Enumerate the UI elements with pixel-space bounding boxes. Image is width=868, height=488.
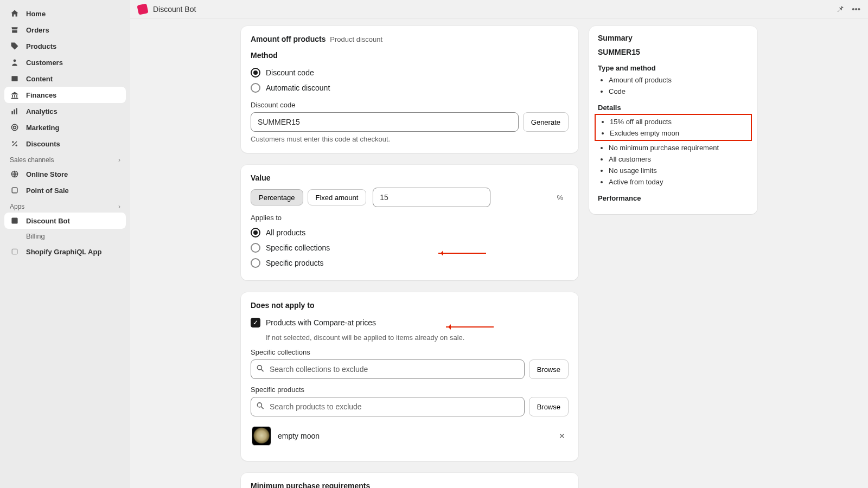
svg-rect-10 <box>12 188 17 193</box>
radio-icon <box>251 83 260 93</box>
sales-channels-header[interactable]: Sales channels › <box>4 152 126 166</box>
radio-label: Automatic discount <box>266 84 330 92</box>
radio-icon <box>251 243 260 253</box>
seg-fixed[interactable]: Fixed amount <box>308 189 367 206</box>
nav-finances[interactable]: Finances <box>4 87 126 103</box>
svg-rect-1 <box>11 76 17 81</box>
nav-discounts[interactable]: Discounts <box>4 136 126 152</box>
method-heading: Method <box>251 51 569 60</box>
value-input[interactable] <box>373 188 490 207</box>
nav-marketing[interactable]: Marketing <box>4 119 126 136</box>
radio-label: Discount code <box>266 68 314 77</box>
nav-graphiql[interactable]: Shopify GraphiQL App <box>4 243 126 260</box>
nav-label: Shopify GraphiQL App <box>26 248 101 256</box>
summary-code: SUMMER15 <box>598 48 749 56</box>
percent-icon <box>10 139 20 149</box>
remove-icon[interactable]: ✕ <box>557 429 567 442</box>
tag-icon <box>10 41 20 51</box>
summary-heading: Summary <box>598 34 749 42</box>
nav-orders[interactable]: Orders <box>4 22 126 38</box>
nav-label: Home <box>26 10 46 18</box>
apps-header[interactable]: Apps › <box>4 198 126 213</box>
exclude-heading: Does not apply to <box>251 301 569 310</box>
radio-icon <box>251 258 260 268</box>
svg-point-14 <box>257 403 261 407</box>
target-icon <box>10 123 20 132</box>
nav-label: Analytics <box>26 107 58 115</box>
product-thumbnail <box>252 426 271 446</box>
nav-label: Orders <box>26 26 49 34</box>
code-help: Customers must enter this code at checko… <box>251 135 569 143</box>
radio-icon <box>251 68 260 78</box>
nav-analytics[interactable]: Analytics <box>4 103 126 119</box>
home-icon <box>10 9 20 18</box>
code-label: Discount code <box>251 101 569 109</box>
radio-label: Specific collections <box>266 243 330 252</box>
discount-code-input[interactable] <box>251 112 519 132</box>
chart-icon <box>10 106 20 116</box>
nav-label: Customers <box>26 59 63 67</box>
nav-online-store[interactable]: Online Store <box>4 166 126 182</box>
radio-icon <box>251 228 260 237</box>
summary-item: Active from today <box>609 176 749 188</box>
chevron-right-icon: › <box>118 203 120 210</box>
svg-point-0 <box>14 59 16 62</box>
excl-coll-label: Specific collections <box>251 348 569 356</box>
compare-help: If not selected, discount will be applie… <box>266 333 569 342</box>
browse-collections-button[interactable]: Browse <box>529 359 569 379</box>
summary-item: Excludes empty moon <box>610 127 749 139</box>
summary-item: All customers <box>609 153 749 165</box>
svg-rect-12 <box>12 249 17 254</box>
nav-customers[interactable]: Customers <box>4 54 126 70</box>
topbar: Discount Bot 📌︎ ••• <box>130 0 868 18</box>
radio-specific-products[interactable]: Specific products <box>251 255 569 271</box>
excluded-product-row: empty moon ✕ <box>251 421 569 451</box>
nav-label: Discounts <box>26 140 60 148</box>
nav-label: Online Store <box>26 170 68 178</box>
minreq-heading: Minimum purchase requirements <box>251 481 569 488</box>
search-icon <box>256 364 265 375</box>
svg-point-8 <box>16 145 17 146</box>
nav-label: Point of Sale <box>26 187 69 195</box>
highlight-annotation: 15% off all products Excludes empty moon <box>595 114 752 141</box>
radio-label: All products <box>266 228 305 237</box>
bank-icon <box>10 90 20 100</box>
excl-prod-search[interactable] <box>251 397 525 416</box>
app-icon <box>10 216 20 226</box>
more-icon[interactable]: ••• <box>852 4 860 14</box>
svg-rect-4 <box>16 108 17 114</box>
annotation-arrow <box>446 326 494 328</box>
svg-rect-11 <box>11 217 17 223</box>
seg-percentage[interactable]: Percentage <box>251 189 303 206</box>
radio-all-products[interactable]: All products <box>251 225 569 240</box>
generate-button[interactable]: Generate <box>523 112 569 132</box>
nav-products[interactable]: Products <box>4 38 126 54</box>
pin-icon[interactable]: 📌︎ <box>836 4 844 14</box>
discount-type-title: Amount off products <box>251 35 326 43</box>
svg-point-7 <box>12 141 14 143</box>
nav-content[interactable]: Content <box>4 70 126 87</box>
search-icon <box>256 402 265 412</box>
radio-label: Specific products <box>266 259 324 267</box>
person-icon <box>10 57 20 67</box>
nav-billing[interactable]: Billing <box>4 229 126 243</box>
app-logo-icon <box>137 3 148 15</box>
annotation-arrow <box>438 253 486 254</box>
excl-prod-label: Specific products <box>251 386 569 394</box>
value-heading: Value <box>251 174 569 182</box>
checkbox-compare-at[interactable]: ✓ Products with Compare-at prices <box>251 315 569 330</box>
radio-automatic[interactable]: Automatic discount <box>251 80 569 95</box>
summary-item: No usage limits <box>609 165 749 176</box>
nav-label: Products <box>26 42 56 50</box>
radio-discount-code[interactable]: Discount code <box>251 65 569 80</box>
excluded-product-name: empty moon <box>278 432 320 440</box>
pos-icon <box>10 185 20 195</box>
page-title: Discount Bot <box>153 5 196 14</box>
browse-products-button[interactable]: Browse <box>529 397 569 416</box>
nav-home[interactable]: Home <box>4 5 126 22</box>
svg-point-6 <box>14 126 16 129</box>
radio-specific-collections[interactable]: Specific collections <box>251 240 569 255</box>
nav-pos[interactable]: Point of Sale <box>4 182 126 198</box>
excl-coll-search[interactable] <box>251 359 525 379</box>
nav-discount-bot[interactable]: Discount Bot <box>4 213 126 229</box>
